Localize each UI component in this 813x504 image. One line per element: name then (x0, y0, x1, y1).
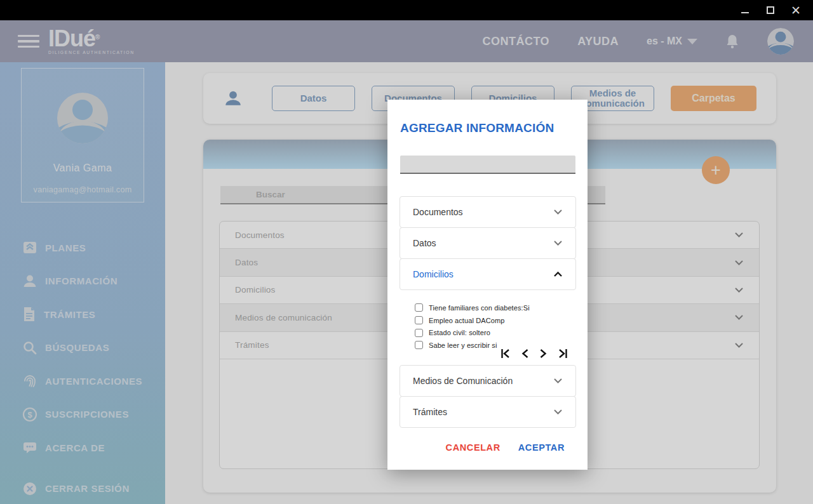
cancel-button[interactable]: CANCELAR (446, 442, 501, 453)
accordion-medios-de-comunicacion[interactable]: Medios de Comunicación (400, 365, 576, 397)
checkbox-label: Tiene familiares con diabetes:Si (429, 304, 530, 312)
checkbox[interactable] (415, 329, 423, 337)
last-page-icon[interactable] (558, 348, 568, 359)
accept-button[interactable]: ACEPTAR (518, 442, 565, 453)
checkbox-row[interactable]: Empleo actual DAComp (415, 314, 574, 327)
checkbox[interactable] (415, 316, 423, 324)
checkbox-label: Empleo actual DAComp (429, 317, 504, 324)
pagination (501, 348, 568, 359)
checkbox[interactable] (415, 341, 423, 349)
checkbox[interactable] (415, 303, 423, 312)
chevron-down-icon (553, 240, 563, 246)
accordion-label: Trámites (413, 407, 447, 417)
accordion-documentos[interactable]: Documentos (400, 196, 576, 228)
first-page-icon[interactable] (501, 348, 510, 359)
dialog-search-input[interactable] (400, 156, 575, 174)
accordion-datos[interactable]: Datos (400, 227, 576, 259)
accordion-label: Datos (413, 238, 436, 248)
accordion-group-top: Documentos Datos Domicilios (400, 197, 576, 290)
accordion-domicilios[interactable]: Domicilios (400, 258, 576, 290)
previous-page-icon[interactable] (521, 348, 528, 359)
chevron-down-icon (553, 409, 563, 415)
accordion-tramites[interactable]: Trámites (400, 396, 576, 428)
domicilios-options: Tiene familiares con diabetes:Si Empleo … (415, 302, 574, 352)
checkbox-label: Estado civil: soltero (429, 329, 490, 336)
dialog-title: AGREGAR INFORMACIÓN (400, 121, 554, 135)
chevron-down-icon (553, 209, 563, 215)
agregar-informacion-dialog: AGREGAR INFORMACIÓN Documentos Datos Dom… (387, 100, 588, 470)
chevron-down-icon (553, 378, 563, 384)
next-page-icon[interactable] (540, 348, 547, 359)
checkbox-label: Sabe leer y escribir si (429, 342, 497, 349)
checkbox-row[interactable]: Estado civil: soltero (415, 326, 574, 339)
chevron-up-icon (553, 271, 563, 277)
checkbox-row[interactable]: Tiene familiares con diabetes:Si (415, 302, 574, 314)
accordion-label: Documentos (413, 207, 463, 217)
accordion-group-bottom: Medios de Comunicación Trámites (400, 366, 576, 428)
accordion-label: Medios de Comunicación (413, 376, 513, 386)
accordion-label: Domicilios (413, 269, 454, 279)
